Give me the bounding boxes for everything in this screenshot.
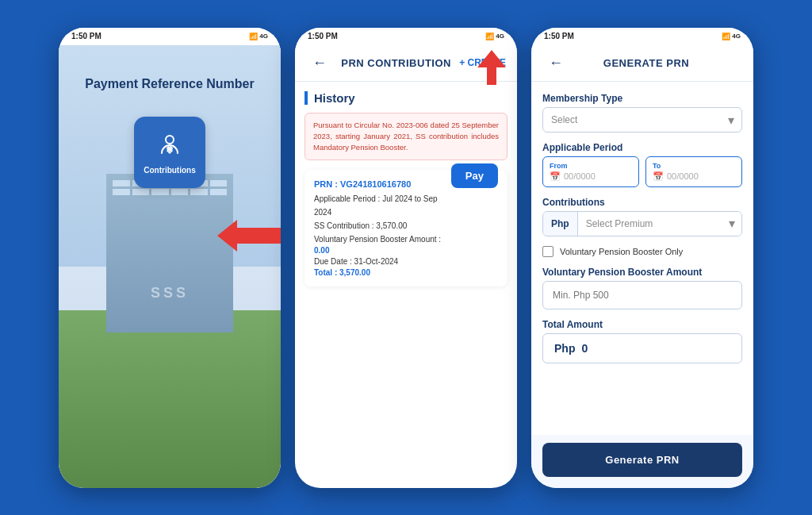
membership-type-select[interactable]: Select: [542, 107, 742, 133]
phone1-grid: Contributions: [134, 117, 205, 188]
vpb-checkbox-row: Voluntary Pension Booster Only: [542, 246, 742, 257]
phone-1: 1:50 PM 📶 4G: [59, 28, 281, 488]
select-premium-select[interactable]: Select Premium: [578, 212, 741, 236]
phone1-title: Payment Reference Number: [79, 64, 260, 98]
prn-vpb-label: Voluntary Pension Booster Amount :: [314, 233, 451, 246]
history-title: History: [304, 91, 508, 105]
phone3-topbar-title: GENERATE PRN: [569, 57, 723, 69]
total-amount-label: Total Amount: [542, 319, 742, 330]
applicable-period-label: Applicable Period: [542, 142, 742, 153]
vpb-amount-section: Voluntary Pension Booster Amount: [542, 267, 742, 309]
phone3-footer: Generate PRN: [531, 435, 753, 488]
select-premium-wrapper: Select Premium: [578, 212, 741, 236]
red-arrow-up: [477, 50, 506, 88]
vpb-amount-input[interactable]: [542, 281, 742, 309]
phone2-back-button[interactable]: ←: [306, 52, 333, 75]
to-date-value: 00/0000: [667, 171, 699, 181]
phone1-header: Payment Reference Number: [66, 45, 273, 104]
to-label: To: [653, 162, 735, 170]
phone-2: 1:50 PM 📶 4G ← PRN CONTRIBUTION + CREATE…: [295, 28, 517, 488]
vpb-amount-label: Voluntary Pension Booster Amount: [542, 267, 742, 278]
red-arrow-left: [217, 220, 281, 255]
spacer: [542, 373, 742, 424]
phone2-topbar-title: PRN CONTRIBUTION: [341, 57, 451, 69]
generate-prn-button[interactable]: Generate PRN: [542, 443, 742, 477]
contributions-label: Contributions: [144, 166, 196, 175]
prn-due-date: Due Date : 31-Oct-2024: [314, 255, 451, 268]
phone2-body: History Pursuant to Circular No. 2023-00…: [295, 82, 517, 488]
php-label: Php: [543, 212, 578, 236]
status-bar-1: 1:50 PM 📶 4G: [59, 28, 281, 45]
phone3-topbar: ← GENERATE PRN: [531, 45, 753, 82]
prn-vpb-value: 0.00: [314, 246, 451, 255]
total-amount-box: Php 0: [542, 333, 742, 363]
building-bg: SSS: [59, 45, 281, 488]
prn-applicable-period: Applicable Period : Jul 2024 to Sep 2024: [314, 192, 451, 219]
prn-total: Total : 3,570.00: [314, 268, 451, 277]
prn-number: PRN : VG241810616780: [314, 179, 451, 189]
time-2: 1:50 PM: [308, 32, 338, 40]
applicable-period-section: Applicable Period From 📅 00/0000 To 📅: [542, 142, 742, 187]
pay-button[interactable]: Pay: [451, 163, 498, 188]
from-date-field[interactable]: From 📅 00/0000: [542, 156, 639, 187]
membership-type-label: Membership Type: [542, 93, 742, 104]
status-icons-3: 📶 4G: [722, 33, 741, 40]
contributions-row: Php Select Premium: [542, 211, 742, 236]
membership-type-wrapper: Select: [542, 107, 742, 133]
svg-marker-2: [477, 50, 506, 85]
total-php-label: Php: [554, 342, 575, 355]
membership-type-section: Membership Type Select: [542, 93, 742, 133]
time-1: 1:50 PM: [71, 32, 102, 40]
prn-card: PRN : VG241810616780 Applicable Period :…: [304, 170, 508, 286]
svg-marker-1: [217, 220, 281, 252]
calendar-from-icon: 📅: [550, 171, 561, 182]
notice-box: Pursuant to Circular No. 2023-006 dated …: [304, 113, 508, 161]
prn-card-row: PRN : VG241810616780 Applicable Period :…: [314, 179, 498, 277]
total-amount-section: Total Amount Php 0: [542, 319, 742, 363]
from-date-value: 00/0000: [564, 171, 596, 181]
contributions-button[interactable]: Contributions: [134, 117, 205, 188]
phones-container: 1:50 PM 📶 4G: [51, 20, 761, 496]
contributions-icon: [154, 129, 186, 161]
contributions-section: Contributions Php Select Premium: [542, 197, 742, 236]
vpb-checkbox[interactable]: [542, 246, 553, 257]
status-icons-1: 📶 4G: [249, 33, 268, 40]
time-3: 1:50 PM: [544, 32, 574, 40]
prn-info: PRN : VG241810616780 Applicable Period :…: [314, 179, 451, 277]
contributions-form-label: Contributions: [542, 197, 742, 208]
status-bar-2: 1:50 PM 📶 4G: [295, 28, 517, 45]
status-icons-2: 📶 4G: [485, 33, 504, 40]
total-value: 0: [581, 342, 588, 355]
from-label: From: [550, 162, 632, 170]
status-bar-3: 1:50 PM 📶 4G: [531, 28, 753, 45]
phone-3: 1:50 PM 📶 4G ← GENERATE PRN Membership T…: [531, 28, 753, 488]
phone1-bg: SSS Payment Reference Number: [59, 45, 281, 488]
vpb-checkbox-label: Voluntary Pension Booster Only: [560, 247, 683, 256]
calendar-to-icon: 📅: [653, 171, 664, 182]
date-row: From 📅 00/0000 To 📅 00/0000: [542, 156, 742, 187]
phone3-back-button[interactable]: ←: [542, 52, 569, 75]
svg-point-0: [166, 136, 174, 144]
to-date-field[interactable]: To 📅 00/0000: [645, 156, 742, 187]
prn-ss-contribution: SS Contribution : 3,570.00: [314, 219, 451, 233]
phone3-body: Membership Type Select Applicable Period…: [531, 82, 753, 435]
